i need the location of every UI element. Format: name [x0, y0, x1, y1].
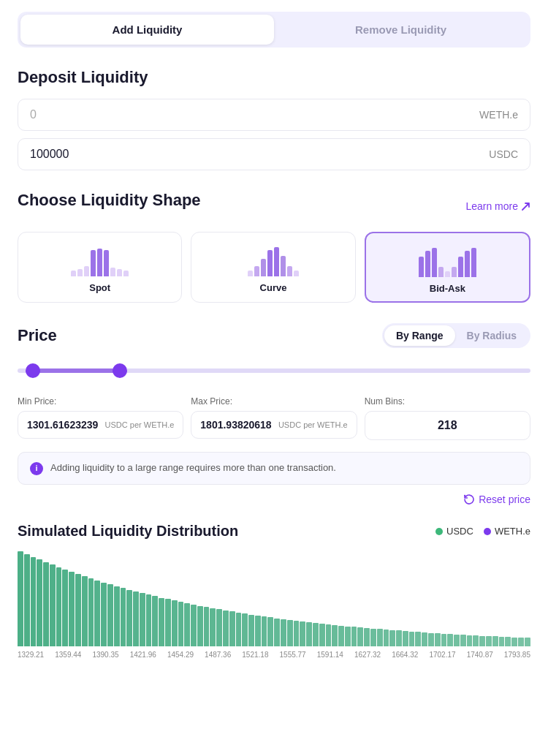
external-link-icon [521, 202, 530, 211]
chart-bar [37, 559, 42, 646]
simulated-title: Simulated Liquidity Distribution [18, 523, 238, 540]
chart-bar [460, 635, 466, 646]
weth-input-value[interactable]: 0 [30, 108, 479, 121]
reset-icon [464, 494, 474, 504]
chart-bar [447, 634, 453, 646]
chart-bar [467, 635, 473, 646]
shape-card-curve[interactable]: Curve [191, 232, 355, 303]
weth-input-row[interactable]: 0 WETH.e [18, 99, 530, 131]
chart-bar [454, 635, 460, 646]
chart-bar [229, 611, 235, 646]
chart-bar [326, 624, 332, 646]
chart-bar [43, 562, 49, 646]
chart-bar [377, 629, 383, 646]
curve-icon [248, 244, 299, 276]
chart-bar [101, 583, 107, 646]
simulated-section: Simulated Liquidity Distribution USDC WE… [18, 523, 530, 659]
tab-add-liquidity[interactable]: Add Liquidity [20, 15, 274, 45]
price-slider[interactable] [18, 360, 530, 382]
max-price-value[interactable]: 1801.93820618 [200, 419, 273, 431]
chart-bar [114, 586, 120, 646]
curve-label: Curve [260, 282, 287, 293]
by-range-btn[interactable]: By Range [384, 325, 455, 346]
num-bins-value[interactable]: 218 [438, 419, 457, 431]
chart-bar [159, 598, 164, 647]
info-icon: i [30, 462, 43, 475]
info-banner: i Adding liquidity to a large range requ… [18, 452, 530, 485]
num-bins-box[interactable]: 218 [365, 411, 530, 440]
chart-bar [274, 619, 280, 646]
x-axis-label: 1521.18 [242, 651, 268, 659]
chart-bar [428, 633, 434, 647]
min-price-value[interactable]: 1301.61623239 [27, 419, 99, 431]
chart-bar [107, 584, 113, 646]
chart-bar [332, 625, 338, 646]
chart-bar [370, 629, 376, 646]
reset-price-row: Reset price [18, 494, 530, 505]
price-inputs: Min Price: 1301.61623239 USDC per WETH.e… [18, 396, 530, 440]
deposit-title: Deposit Liquidity [18, 68, 530, 87]
usdc-input-value[interactable]: 100000 [30, 148, 489, 161]
chart-bar [50, 564, 56, 646]
shape-card-spot[interactable]: Spot [18, 232, 182, 303]
chart-x-axis: 1329.211359.441390.351421.961454.291487.… [18, 651, 530, 659]
by-radius-btn[interactable]: By Radius [455, 325, 528, 346]
chart-bar [319, 624, 325, 646]
chart-legend: USDC WETH.e [435, 526, 530, 537]
chart-bar [499, 637, 505, 646]
x-axis-label: 1555.77 [280, 651, 306, 659]
chart-bar [313, 623, 319, 646]
chart-bar [262, 616, 267, 646]
chart-bar [473, 635, 479, 646]
chart-bar [197, 606, 203, 646]
chart-bar [18, 551, 23, 646]
learn-more-link[interactable]: Learn more [465, 200, 530, 212]
x-axis-label: 1454.29 [167, 651, 194, 659]
chart-bar [236, 613, 242, 646]
chart-bar [126, 590, 132, 646]
chart-bar [75, 574, 81, 646]
x-axis-label: 1359.44 [55, 651, 81, 659]
chart-bar [435, 633, 441, 646]
chart-bar [184, 603, 190, 646]
chart-bar [172, 600, 178, 646]
chart-bar [403, 631, 408, 646]
spot-label: Spot [89, 282, 110, 293]
x-axis-label: 1627.32 [354, 651, 381, 659]
range-toggle: By Range By Radius [382, 323, 530, 348]
reset-price-label: Reset price [479, 494, 530, 505]
chart-bar [121, 588, 126, 646]
max-price-box[interactable]: 1801.93820618 USDC per WETH.e [191, 411, 357, 439]
chart-bar [345, 627, 351, 646]
slider-thumb-left[interactable] [26, 363, 40, 378]
usdc-legend-label: USDC [446, 526, 473, 537]
chart-bar [267, 617, 273, 646]
reset-price-btn[interactable]: Reset price [464, 494, 530, 505]
min-price-label: Min Price: [18, 396, 183, 407]
slider-thumb-right[interactable] [113, 363, 127, 378]
chart-bar [505, 637, 511, 646]
min-price-box[interactable]: 1301.61623239 USDC per WETH.e [18, 411, 183, 439]
usdc-input-row[interactable]: 100000 USDC [18, 138, 530, 170]
x-axis-label: 1390.35 [92, 651, 118, 659]
shape-cards: Spot Curve [18, 232, 530, 303]
chart-bar [389, 630, 395, 646]
chart-bar [210, 608, 216, 646]
usdc-dot [435, 528, 443, 535]
chart-bar [133, 591, 139, 646]
max-price-field: Max Price: 1801.93820618 USDC per WETH.e [191, 396, 357, 440]
chart-bar [351, 627, 357, 646]
chart-bar [415, 632, 421, 646]
chart-bar [441, 634, 447, 646]
x-axis-label: 1793.85 [504, 651, 530, 659]
chart-bar [178, 602, 184, 646]
chart-bar [492, 636, 498, 646]
x-axis-label: 1329.21 [18, 651, 44, 659]
tab-remove-liquidity[interactable]: Remove Liquidity [274, 15, 528, 45]
weth-legend-label: WETH.e [495, 526, 530, 537]
chart-bar [486, 636, 492, 646]
shape-card-bid-ask[interactable]: Bid-Ask [365, 232, 530, 303]
simulated-header: Simulated Liquidity Distribution USDC WE… [18, 523, 530, 540]
slider-fill [33, 368, 120, 373]
num-bins-field: Num Bins: 218 [365, 396, 530, 440]
